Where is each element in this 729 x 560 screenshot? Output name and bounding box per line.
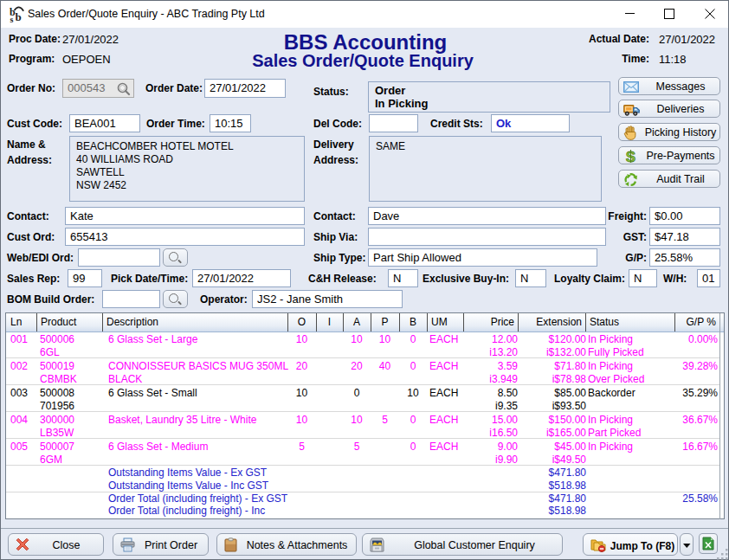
svg-text:s: s: [10, 15, 14, 24]
svg-text:b: b: [16, 10, 22, 23]
